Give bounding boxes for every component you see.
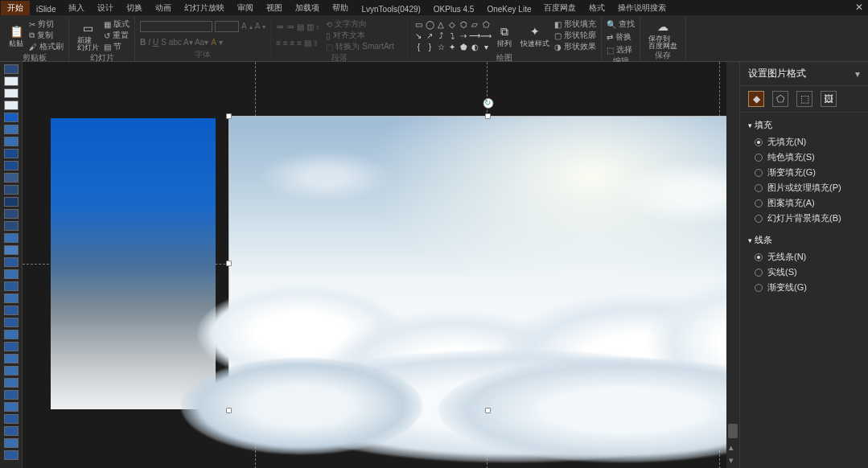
thumb[interactable] [4,197,19,207]
tab-fill-line[interactable]: ◆ [748,91,764,107]
tab-picture[interactable]: 🖼 [821,91,837,107]
quick-styles-button[interactable]: ✦快速样式 [517,18,553,52]
tab-6[interactable]: 幻灯片放映 [178,1,231,15]
tab-3[interactable]: 设计 [91,1,120,15]
thumb[interactable] [4,149,19,158]
cut-button[interactable]: ✂ 剪切 [29,18,64,30]
option[interactable]: 渐变填充(G) [748,165,860,180]
section-header[interactable]: 填充 [748,116,860,134]
thumb[interactable] [4,366,19,376]
resize-handle[interactable] [226,113,232,119]
thumb[interactable] [4,318,19,327]
slide-thumbnails[interactable] [0,62,23,468]
pane-category-tabs: ◆ ⬠ ⬚ 🖼 [740,86,868,113]
tab-13[interactable]: OneKey Lite [480,3,537,15]
tab-7[interactable]: 审阅 [231,1,260,15]
thumb[interactable] [4,185,19,195]
find-button[interactable]: 🔍 查找 [607,18,635,30]
shape-outline-button[interactable]: ▢ 形状轮廓 [554,30,596,41]
tab-5[interactable]: 动画 [149,1,178,15]
thumb[interactable] [4,137,19,146]
option[interactable]: 图案填充(A) [748,195,860,211]
thumb[interactable] [4,438,19,448]
option[interactable]: 渐变线(G) [748,280,860,295]
radio-icon [755,284,763,292]
thumb[interactable] [4,101,19,110]
option[interactable]: 无线条(N) [748,249,860,265]
tab-2[interactable]: 插入 [62,1,91,15]
thumb[interactable] [4,294,19,303]
thumb[interactable] [4,354,19,363]
new-slide-button[interactable]: ▭新建 幻灯片 [74,18,102,52]
option[interactable]: 实线(S) [748,265,860,280]
resize-handle[interactable] [485,408,491,413]
radio-icon [755,184,763,192]
thumb[interactable] [4,450,19,460]
thumb[interactable] [4,113,19,122]
layout-button[interactable]: ▦ 版式 [104,18,130,30]
section-button[interactable]: ▤ 节 [104,41,130,52]
section-header[interactable]: 线条 [748,231,860,249]
thumb[interactable] [4,390,19,400]
thumb[interactable] [4,330,19,339]
thumb[interactable] [4,342,19,351]
thumb[interactable] [4,88,19,98]
shape-effects-button[interactable]: ◑ 形状效果 [554,41,596,52]
tab-16[interactable]: 操作说明搜索 [611,1,673,15]
thumb[interactable] [4,125,19,134]
thumb[interactable] [4,64,19,74]
thumb[interactable] [4,76,19,86]
tab-1[interactable]: iSlide [30,3,62,15]
thumb[interactable] [4,269,19,279]
slide-canvas[interactable]: ▴ ▾ [23,62,739,468]
selected-picture[interactable] [228,116,739,411]
tab-4[interactable]: 切换 [120,1,149,15]
tab-10[interactable]: 帮助 [326,1,355,15]
reset-button[interactable]: ↺ 重置 [104,30,130,41]
thumb[interactable] [4,281,19,291]
shape-fill-button[interactable]: ◧ 形状填充 [554,18,596,30]
select-button[interactable]: ⬚ 选择 [607,44,635,55]
save-to-cloud-button[interactable]: ☁保存到 百度网盘 [645,18,681,50]
thumb[interactable] [4,221,19,231]
rotate-handle[interactable] [483,98,493,109]
group-drawing: ▭◯△◇⬡▱⬠ ↘↗⤴⤵⇢⟶⟿ {}☆✦⬟◐▾ ⧉排列 ✦快速样式 ◧ 形状填充… [408,17,602,61]
tab-9[interactable]: 加载项 [289,1,326,15]
tab-effects[interactable]: ⬠ [772,91,788,107]
thumb[interactable] [4,209,19,219]
thumb[interactable] [4,173,19,183]
thumb[interactable] [4,306,19,315]
thumb[interactable] [4,233,19,243]
thumb[interactable] [4,161,19,170]
resize-handle[interactable] [226,261,232,266]
tab-14[interactable]: 百度网盘 [537,1,582,15]
close-icon[interactable]: ✕ [855,2,863,13]
paste-button[interactable]: 📋粘贴 [5,18,27,52]
vertical-scrollbar[interactable]: ▴ ▾ [726,62,739,468]
resize-handle[interactable] [226,408,232,413]
option[interactable]: 幻灯片背景填充(B) [748,211,860,226]
tab-0[interactable]: 开始 [1,1,30,15]
arrange-button[interactable]: ⧉排列 [493,18,516,52]
thumb[interactable] [4,426,19,436]
thumb[interactable] [4,402,19,412]
tab-8[interactable]: 视图 [260,1,289,15]
thumb[interactable] [4,245,19,255]
tab-12[interactable]: OKPlus 4.5 [427,3,481,15]
format-painter-button[interactable]: 🖌 格式刷 [29,41,64,52]
gradient-shape[interactable] [51,118,216,409]
thumb[interactable] [4,414,19,424]
replace-button[interactable]: ⇄ 替换 [607,31,635,43]
option[interactable]: 无填充(N) [748,134,860,150]
tab-11[interactable]: LvynTools(0429) [355,3,426,15]
pane-menu-icon[interactable]: ▾ [855,68,860,80]
shapes-gallery[interactable]: ▭◯△◇⬡▱⬠ ↘↗⤴⤵⇢⟶⟿ {}☆✦⬟◐▾ [413,18,492,52]
thumb[interactable] [4,257,19,267]
resize-handle[interactable] [485,113,491,119]
thumb[interactable] [4,378,19,388]
option[interactable]: 纯色填充(S) [748,150,860,165]
option[interactable]: 图片或纹理填充(P) [748,180,860,195]
copy-button[interactable]: ⧉ 复制 [29,30,64,41]
tab-15[interactable]: 格式 [582,1,611,15]
tab-size[interactable]: ⬚ [796,91,812,107]
